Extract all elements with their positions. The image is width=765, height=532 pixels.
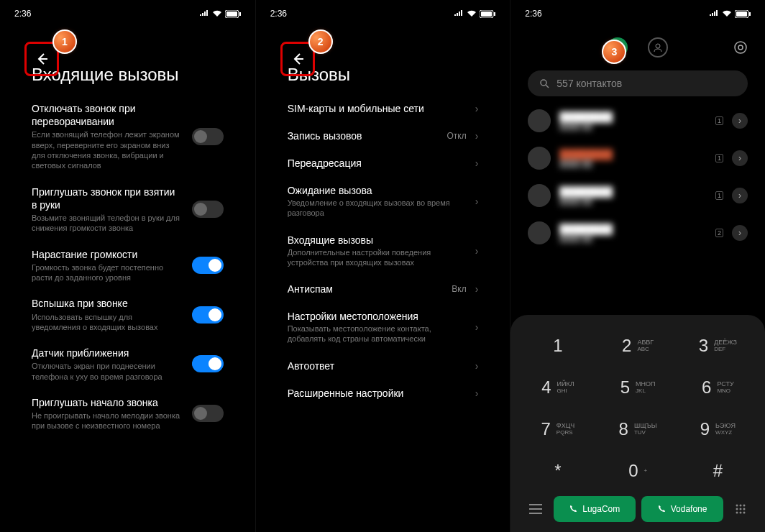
contact-detail-button[interactable]: › [732,225,748,241]
svg-rect-8 [749,12,751,16]
status-bar: 2:36 [510,0,765,24]
call-sim1-button[interactable]: LugaCom [554,496,636,522]
nav-row[interactable]: Антиспам Вкл › [256,275,510,303]
dial-key-4[interactable]: 4 ИЙКЛGHI [519,368,596,407]
nav-row[interactable]: Переадресация › [256,150,510,177]
nav-text: SIM-карты и мобильные сети [288,103,467,114]
nav-row[interactable]: Автоответ › [256,352,510,380]
contact-row[interactable]: ████████ ████ ██ 2 › [510,214,765,252]
setting-row[interactable]: Датчик приближения Отключать экран при п… [0,339,255,389]
dial-key-6[interactable]: 6 РСТУMNO [679,368,756,407]
toggle-switch[interactable] [192,355,224,372]
dial-letters: ФХЦЧPQRS [556,423,575,436]
status-bar: 2:36 [0,0,255,24]
contact-detail-button[interactable]: › [732,113,748,129]
setting-label: Вспышка при звонке [32,297,183,310]
nav-row[interactable]: Входящие вызовы Дополнительные настройки… [256,226,510,276]
dial-number: 9 [700,419,710,439]
search-input[interactable]: 557 контактов [528,70,748,96]
nav-row[interactable]: Расширенные настройки › [256,380,510,407]
tab-contacts[interactable] [648,37,668,58]
nav-row[interactable]: Ожидание вызова Уведомление о входящих в… [256,177,510,226]
contact-detail-button[interactable]: › [732,188,748,203]
signal-icon [199,10,209,17]
signal-icon [454,10,464,17]
dial-letters: + [643,468,647,474]
nav-text: Переадресация [288,157,467,169]
setting-row[interactable]: Вспышка при звонке Использовать вспышку … [0,290,255,339]
dialpad-toggle[interactable] [729,497,752,520]
nav-text: Антиспам [288,283,444,295]
battery-icon [480,10,495,18]
step-badge-3: 3 [604,42,624,62]
contact-row[interactable]: ████████ ████ ██ 1 › [510,177,765,214]
top-tabs [510,24,765,65]
nav-desc: Уведомление о входящих вызовах во время … [288,198,467,219]
dial-key-3[interactable]: 3 ДЕЁЖЗDEF [679,326,756,365]
dial-key-#[interactable]: # [679,451,756,490]
dial-letters: АБВГABC [637,339,654,353]
dial-key-2[interactable]: 2 АБВГABC [600,326,677,365]
dial-key-*[interactable]: * [519,451,596,490]
svg-point-17 [739,508,741,510]
toggle-switch[interactable] [192,257,224,274]
dial-key-9[interactable]: 9 ЬЭЮЯWXYZ [679,410,756,449]
contact-sub: ████ ██ [559,197,707,205]
setting-desc: Если звонящий телефон лежит экраном ввер… [32,129,183,170]
chevron-right-icon: › [475,321,479,333]
dial-number: 5 [620,377,630,398]
dialpad: 1 2 АБВГABC3 ДЕЁЖЗDEF4 ИЙКЛGHI5 МНОПJKL6… [510,315,765,532]
search-placeholder: 557 контактов [556,78,622,89]
toggle-switch[interactable] [192,201,224,218]
dial-number: 3 [699,336,708,356]
person-icon [653,42,663,52]
setting-desc: Возьмите звонящий телефон в руки для сни… [32,213,183,234]
chevron-right-icon: › [475,130,479,142]
chevron-right-icon: › [475,387,479,399]
setting-text: Датчик приближения Отключать экран при п… [32,347,183,382]
nav-value: Откл [446,131,466,141]
toggle-switch[interactable] [192,128,224,145]
setting-desc: Громкость звонка будет постепенно расти … [32,262,183,283]
settings-button[interactable] [733,40,748,55]
dial-key-1[interactable]: 1 [519,326,596,365]
nav-desc: Дополнительные настройки поведения устро… [288,247,467,268]
setting-row[interactable]: Нарастание громкости Громкость звонка бу… [0,241,255,290]
nav-row[interactable]: Настройки местоположения Показывать мест… [256,303,510,352]
dial-letters: ЬЭЮЯWXYZ [715,423,736,436]
call-sim2-button[interactable]: Vodafone [641,496,723,522]
contact-row[interactable]: ████████ ████ ██ 1 › [510,139,765,177]
dial-key-7[interactable]: 7 ФХЦЧPQRS [519,410,596,449]
svg-point-15 [743,505,745,507]
setting-label: Датчик приближения [32,347,183,359]
menu-button[interactable] [523,498,548,520]
contact-detail-button[interactable]: › [732,150,748,166]
sim-badge: 2 [715,229,723,237]
nav-label: Автоответ [288,360,467,372]
screen-calls-menu: 2:36 2 Вызовы SIM-карты и мобильные сети… [255,0,510,532]
setting-row[interactable]: Отключать звонок при переворачивании Есл… [0,95,255,178]
svg-point-16 [736,508,738,510]
dial-key-0[interactable]: 0 + [600,451,677,490]
contact-row[interactable]: ████████ ████ ██ 1 › [510,102,765,139]
setting-row[interactable]: Приглушать звонок при взятии в руки Возь… [0,178,255,241]
avatar [528,147,551,170]
dial-key-5[interactable]: 5 МНОПJKL [600,368,677,407]
setting-desc: Использовать вспышку для уведомления о в… [32,312,183,333]
status-time: 2:36 [525,9,541,19]
svg-point-10 [735,42,746,53]
setting-row[interactable]: Приглушать начало звонка Не проигрывать … [0,389,255,439]
dial-key-8[interactable]: 8 ШЩЪЫTUV [600,410,677,449]
toggle-switch[interactable] [192,405,224,422]
setting-label: Отключать звонок при переворачивании [32,102,183,128]
toggle-switch[interactable] [192,306,224,324]
contact-info: ████████ ████ ██ [559,149,707,168]
status-icons [454,10,495,18]
nav-row[interactable]: SIM-карты и мобильные сети › [256,95,510,122]
menu-icon [529,504,542,514]
dial-number: 4 [541,377,551,398]
contact-info: ████████ ████ ██ [559,111,707,130]
nav-row[interactable]: Запись вызовов Откл › [256,122,510,150]
setting-text: Нарастание громкости Громкость звонка бу… [32,248,183,283]
search-icon [539,78,549,88]
